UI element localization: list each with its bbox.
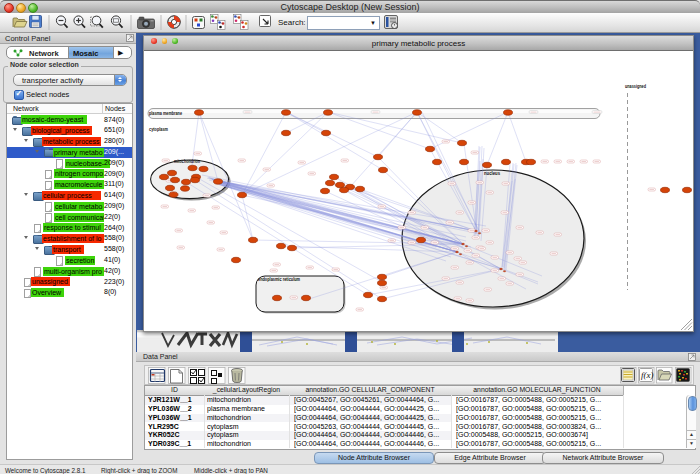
svg-text:f(x): f(x) xyxy=(641,370,654,380)
svg-text:cytoplasm: cytoplasm xyxy=(149,126,168,132)
svg-text:unassigned: unassigned xyxy=(625,83,646,89)
svg-text:endoplasmic reticulum: endoplasmic reticulum xyxy=(258,276,300,282)
svg-text:plasma membrane: plasma membrane xyxy=(149,110,182,116)
svg-text:mitochondrion: mitochondrion xyxy=(174,158,200,164)
